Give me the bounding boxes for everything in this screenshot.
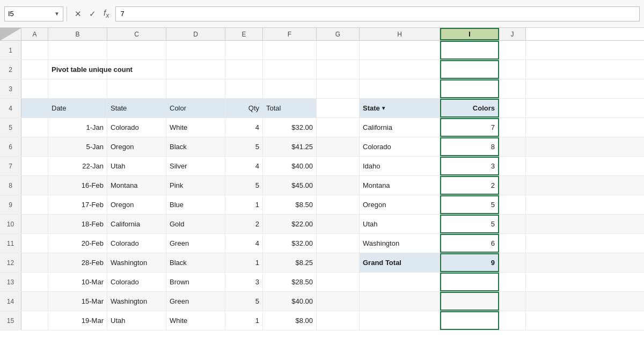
col-header-J[interactable]: J	[499, 28, 526, 40]
cell-C3[interactable]	[107, 79, 166, 98]
cell-I3[interactable]	[440, 79, 499, 98]
cell-E9[interactable]: 1	[225, 195, 263, 214]
cell-C14[interactable]: Washington	[107, 292, 166, 311]
cell-I6-colorado-count[interactable]: 8	[440, 137, 499, 156]
cell-H7-idaho[interactable]: Idaho	[360, 157, 440, 175]
cell-D13[interactable]: Brown	[166, 273, 225, 291]
cell-B7[interactable]: 22-Jan	[48, 157, 107, 175]
cell-E6[interactable]: 5	[225, 137, 263, 156]
cell-I11-washington-count[interactable]: 6	[440, 234, 499, 253]
cell-D10[interactable]: Gold	[166, 215, 225, 233]
cell-G13[interactable]	[317, 273, 360, 291]
cell-C5[interactable]: Colorado	[107, 118, 166, 137]
cell-B6[interactable]: 5-Jan	[48, 137, 107, 156]
cell-G14[interactable]	[317, 292, 360, 311]
cell-J10[interactable]	[499, 215, 526, 233]
cell-H11-washington[interactable]: Washington	[360, 234, 440, 253]
cell-F9[interactable]: $8.50	[263, 195, 317, 214]
cell-F11[interactable]: $32.00	[263, 234, 317, 253]
cell-A6[interactable]	[21, 137, 48, 156]
cell-H2[interactable]	[360, 60, 440, 79]
cell-D2[interactable]	[166, 60, 225, 79]
cell-J4[interactable]	[499, 99, 526, 117]
cell-A13[interactable]	[21, 273, 48, 291]
cell-A8[interactable]	[21, 176, 48, 195]
cell-H6-colorado[interactable]: Colorado	[360, 137, 440, 156]
col-header-F[interactable]: F	[263, 28, 317, 40]
cell-C9[interactable]: Oregon	[107, 195, 166, 214]
cell-B9[interactable]: 17-Feb	[48, 195, 107, 214]
cell-D9[interactable]: Blue	[166, 195, 225, 214]
cell-F15[interactable]: $8.00	[263, 311, 317, 330]
col-header-H[interactable]: H	[360, 28, 440, 40]
cell-I15[interactable]	[440, 311, 499, 330]
col-header-B[interactable]: B	[48, 28, 107, 40]
col-header-G[interactable]: G	[317, 28, 360, 40]
cell-H9-oregon[interactable]: Oregon	[360, 195, 440, 214]
cell-F1[interactable]	[263, 41, 317, 60]
cell-I8-montana-count[interactable]: 2	[440, 176, 499, 195]
cell-H4-pivot-state-header[interactable]: State ▼	[360, 99, 440, 117]
cell-J5[interactable]	[499, 118, 526, 137]
cell-H12-grand-total[interactable]: Grand Total	[360, 253, 440, 272]
cell-E11[interactable]: 4	[225, 234, 263, 253]
cell-E8[interactable]: 5	[225, 176, 263, 195]
formula-input[interactable]: 7	[115, 6, 640, 21]
cell-E14[interactable]: 5	[225, 292, 263, 311]
cell-G1[interactable]	[317, 41, 360, 60]
cell-J11[interactable]	[499, 234, 526, 253]
confirm-icon[interactable]: ✓	[89, 9, 96, 19]
cell-H5-california[interactable]: California	[360, 118, 440, 137]
cell-I10-utah-count[interactable]: 5	[440, 215, 499, 233]
cell-H3[interactable]	[360, 79, 440, 98]
cell-H8-montana[interactable]: Montana	[360, 176, 440, 195]
cell-H14[interactable]	[360, 292, 440, 311]
cell-B3[interactable]	[48, 79, 107, 98]
cell-B8[interactable]: 16-Feb	[48, 176, 107, 195]
cell-F6[interactable]: $41.25	[263, 137, 317, 156]
cell-F12[interactable]: $8.25	[263, 253, 317, 272]
cell-G6[interactable]	[317, 137, 360, 156]
select-all-icon[interactable]	[0, 28, 21, 41]
cell-D1[interactable]	[166, 41, 225, 60]
name-box-dropdown-icon[interactable]: ▼	[54, 11, 60, 17]
cell-D7[interactable]: Silver	[166, 157, 225, 175]
pivot-state-dropdown-icon[interactable]: ▼	[381, 105, 386, 111]
cell-G3[interactable]	[317, 79, 360, 98]
cell-A11[interactable]	[21, 234, 48, 253]
cell-E13[interactable]: 3	[225, 273, 263, 291]
cell-A10[interactable]	[21, 215, 48, 233]
cell-B15[interactable]: 19-Mar	[48, 311, 107, 330]
col-header-C[interactable]: C	[107, 28, 166, 40]
cell-J13[interactable]	[499, 273, 526, 291]
cell-E4-qty-header[interactable]: Qty	[225, 99, 263, 117]
cell-D8[interactable]: Pink	[166, 176, 225, 195]
cell-C11[interactable]: Colorado	[107, 234, 166, 253]
cell-C12[interactable]: Washington	[107, 253, 166, 272]
cell-H13[interactable]	[360, 273, 440, 291]
cell-C13[interactable]: Colorado	[107, 273, 166, 291]
cell-E12[interactable]: 1	[225, 253, 263, 272]
cell-E5[interactable]: 4	[225, 118, 263, 137]
cell-J12[interactable]	[499, 253, 526, 272]
cell-I9-oregon-count[interactable]: 5	[440, 195, 499, 214]
cell-E15[interactable]: 1	[225, 311, 263, 330]
cell-F7[interactable]: $40.00	[263, 157, 317, 175]
cell-G9[interactable]	[317, 195, 360, 214]
col-header-A[interactable]: A	[21, 28, 48, 40]
cell-B10[interactable]: 18-Feb	[48, 215, 107, 233]
cell-F2[interactable]	[263, 60, 317, 79]
cell-C1[interactable]	[107, 41, 166, 60]
cell-A12[interactable]	[21, 253, 48, 272]
cell-G11[interactable]	[317, 234, 360, 253]
cell-B4-date-header[interactable]: Date	[48, 99, 107, 117]
cell-A9[interactable]	[21, 195, 48, 214]
cell-J8[interactable]	[499, 176, 526, 195]
cell-D11[interactable]: Green	[166, 234, 225, 253]
cancel-icon[interactable]: ✕	[75, 9, 82, 19]
cell-J6[interactable]	[499, 137, 526, 156]
cell-F3[interactable]	[263, 79, 317, 98]
cell-A4[interactable]	[21, 99, 48, 117]
cell-E1[interactable]	[225, 41, 263, 60]
cell-B12[interactable]: 28-Feb	[48, 253, 107, 272]
